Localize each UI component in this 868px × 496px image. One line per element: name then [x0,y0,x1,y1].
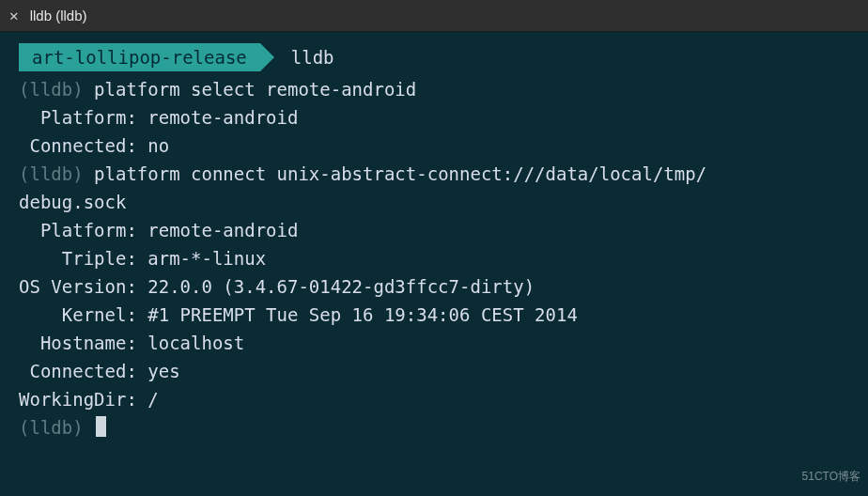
terminal-line: Platform: remote-android [0,216,868,244]
terminal-line: Connected: no [0,132,868,160]
window-title: lldb (lldb) [30,8,87,23]
powerline-segment: art-lollipop-release [19,43,260,71]
terminal-line: (lldb) [0,413,868,442]
terminal-pane[interactable]: art-lollipop-release lldb (lldb) platfor… [0,32,868,496]
chevron-right-icon [260,43,274,71]
shell-command: lldb [274,43,334,71]
terminal-line: (lldb) platform select remote-android [0,75,868,103]
cursor-icon [96,416,106,437]
lldb-command: platform connect unix-abstract-connect:/… [94,163,706,184]
terminal-line: debug.sock [0,188,868,216]
terminal-line: Triple: arm-*-linux [0,244,868,272]
window-titlebar: ✕ lldb (lldb) [0,0,868,32]
terminal-line: (lldb) platform connect unix-abstract-co… [0,160,868,188]
terminal-line: Hostname: localhost [0,329,868,357]
lldb-prompt: (lldb) [19,163,94,184]
terminal-line: WorkingDir: / [0,385,868,413]
terminal-line: OS Version: 22.0.0 (3.4.67-01422-gd3ffcc… [0,272,868,301]
lldb-prompt: (lldb) [19,417,94,438]
terminal-line: Platform: remote-android [0,103,868,132]
lldb-command: platform select remote-android [94,79,416,100]
close-icon[interactable]: ✕ [9,8,19,23]
terminal-line: Connected: yes [0,357,868,385]
lldb-prompt: (lldb) [19,79,94,100]
terminal-line: Kernel: #1 PREEMPT Tue Sep 16 19:34:06 C… [0,301,868,329]
watermark: 51CTO博客 [802,462,860,490]
shell-prompt: art-lollipop-release lldb [19,43,868,71]
